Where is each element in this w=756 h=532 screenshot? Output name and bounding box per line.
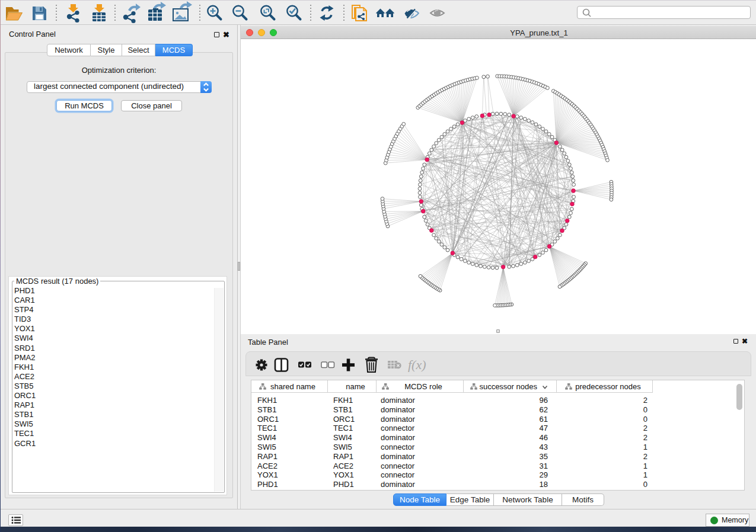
svg-text:f(x): f(x): [408, 357, 426, 372]
